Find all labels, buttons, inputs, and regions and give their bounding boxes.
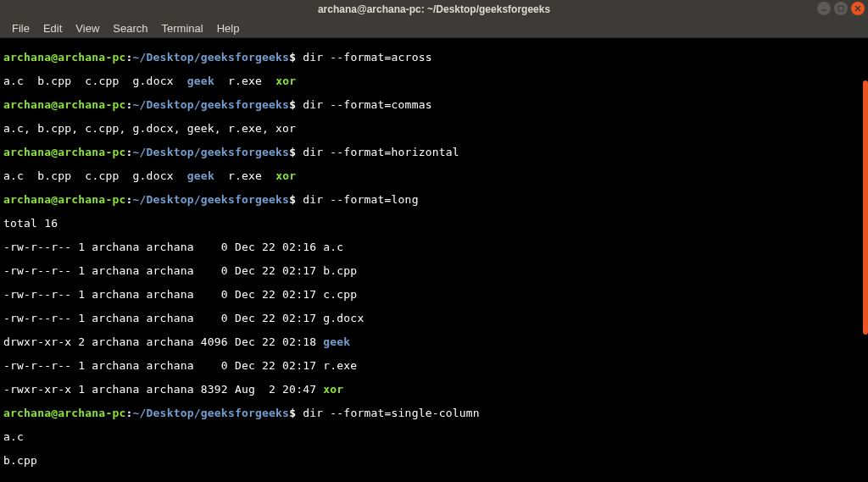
menu-view[interactable]: View	[69, 20, 106, 36]
output-row: a.c b.cpp c.cpp g.docx geek r.exe xor	[3, 75, 865, 87]
command-input: dir --format=single-column	[296, 407, 480, 419]
output-row: -rw-r--r-- 1 archana archana 0 Dec 22 02…	[3, 241, 865, 253]
output-row: drwxr-xr-x 2 archana archana 4096 Dec 22…	[3, 336, 865, 348]
output-row: -rw-r--r-- 1 archana archana 0 Dec 22 02…	[3, 289, 865, 301]
output-total: total 16	[3, 218, 865, 230]
prompt-user: archana@archana-pc	[3, 51, 125, 64]
menu-search[interactable]: Search	[106, 20, 154, 36]
close-button[interactable]	[851, 2, 865, 15]
output-row: c.cpp	[3, 479, 865, 482]
prompt-path: ~/Desktop/geeksforgeeks	[133, 51, 290, 64]
titlebar: archana@archana-pc: ~/Desktop/geeksforge…	[0, 0, 868, 19]
menu-file[interactable]: File	[5, 20, 36, 36]
output-row: a.c	[3, 431, 865, 443]
directory-name: geek	[187, 75, 214, 87]
output-row: a.c, b.cpp, c.cpp, g.docx, geek, r.exe, …	[3, 123, 865, 135]
output-row: -rwxr-xr-x 1 archana archana 8392 Aug 2 …	[3, 384, 865, 396]
scrollbar-thumb[interactable]	[863, 80, 868, 335]
maximize-button[interactable]	[834, 2, 848, 15]
output-row: -rw-r--r-- 1 archana archana 0 Dec 22 02…	[3, 313, 865, 324]
window-controls	[817, 2, 865, 15]
executable-name: xor	[275, 75, 296, 87]
command-input: dir --format=across	[296, 51, 432, 64]
output-row: -rw-r--r-- 1 archana archana 0 Dec 22 02…	[3, 265, 865, 277]
svg-rect-1	[838, 6, 843, 11]
output-row: b.cpp	[3, 455, 865, 467]
menu-terminal[interactable]: Terminal	[155, 20, 210, 36]
terminal-area[interactable]: archana@archana-pc:~/Desktop/geeksforgee…	[0, 38, 868, 482]
menu-help[interactable]: Help	[210, 20, 247, 36]
minimize-button[interactable]	[817, 2, 831, 15]
window-title: archana@archana-pc: ~/Desktop/geeksforge…	[0, 3, 868, 15]
command-input: dir --format=horizontal	[296, 146, 459, 158]
menu-edit[interactable]: Edit	[36, 20, 69, 36]
output-row: a.c b.cpp c.cpp g.docx geek r.exe xor	[3, 170, 865, 182]
command-input: dir --format=long	[296, 193, 418, 206]
output-row: -rw-r--r-- 1 archana archana 0 Dec 22 02…	[3, 360, 865, 372]
command-input: dir --format=commas	[296, 98, 432, 111]
menubar: File Edit View Search Terminal Help	[0, 19, 868, 38]
scrollbar[interactable]	[863, 38, 868, 482]
